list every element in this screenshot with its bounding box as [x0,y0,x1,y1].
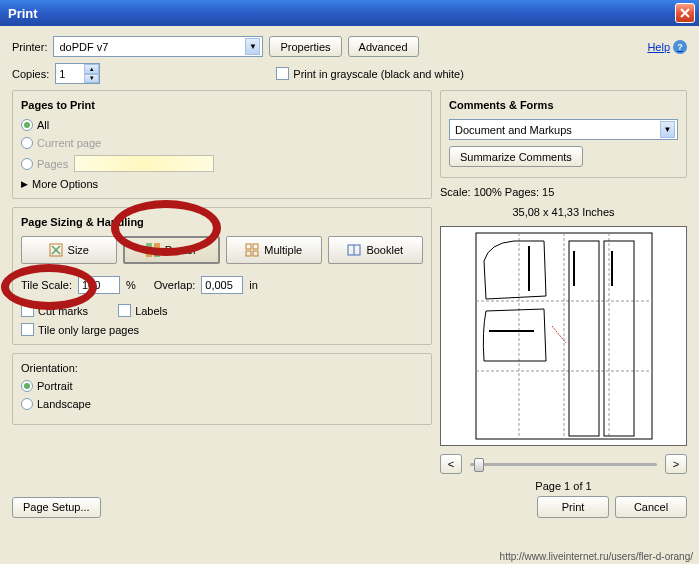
all-label: All [37,119,49,131]
page-setup-button[interactable]: Page Setup... [12,497,101,518]
sizing-title: Page Sizing & Handling [21,216,423,228]
cutmarks-checkbox[interactable] [21,304,34,317]
radio-landscape[interactable] [21,398,33,410]
help-text: Help [647,41,670,53]
unit-label: in [249,279,258,291]
properties-button[interactable]: Properties [269,36,341,57]
sizing-group: Page Sizing & Handling Size Poster Multi… [12,207,432,345]
next-page-button[interactable]: > [665,454,687,474]
multiple-icon [245,243,259,257]
close-icon[interactable] [675,3,695,23]
dims-label: 35,08 x 41,33 Inches [440,206,687,218]
chevron-down-icon: ▼ [660,121,675,138]
copies-label: Copies: [12,68,49,80]
radio-current [21,137,33,149]
footer-url: http://www.liveinternet.ru/users/fler-d-… [500,551,693,562]
copies-input[interactable] [56,64,84,83]
grayscale-checkbox[interactable] [276,67,289,80]
printer-label: Printer: [12,41,47,53]
window-title: Print [4,6,675,21]
chevron-down-icon: ▼ [245,38,260,55]
svg-rect-5 [246,244,251,249]
advanced-button[interactable]: Advanced [348,36,419,57]
multiple-button[interactable]: Multiple [226,236,322,264]
size-icon [49,243,63,257]
pages-to-print-group: Pages to Print All Current page Pages ▶ … [12,90,432,199]
tile-scale-label: Tile Scale: [21,279,72,291]
tile-scale-input[interactable] [78,276,120,294]
current-label: Current page [37,137,101,149]
zoom-slider[interactable] [470,463,657,466]
summarize-button[interactable]: Summarize Comments [449,146,583,167]
tile-large-label: Tile only large pages [38,324,139,336]
scale-info: Scale: 100% Pages: 15 [440,186,687,198]
svg-rect-1 [146,243,152,249]
size-button[interactable]: Size [21,236,117,264]
labels-label: Labels [135,305,167,317]
print-button[interactable]: Print [537,496,609,518]
preview-content [474,231,654,441]
prev-page-button[interactable]: < [440,454,462,474]
printer-value: doPDF v7 [56,41,245,53]
pages-input [74,155,214,172]
cancel-button[interactable]: Cancel [615,496,687,518]
svg-rect-6 [253,244,258,249]
overlap-input[interactable] [201,276,243,294]
cutmarks-label: Cut marks [38,305,88,317]
comments-select[interactable]: Document and Markups ▼ [449,119,678,140]
comments-group: Comments & Forms Document and Markups ▼ … [440,90,687,178]
print-preview [440,226,687,446]
more-options-toggle[interactable]: ▶ More Options [21,178,423,190]
svg-rect-8 [253,251,258,256]
grayscale-label: Print in grayscale (black and white) [293,68,464,80]
poster-icon [146,243,160,257]
pct-label: % [126,279,136,291]
dialog-body: Printer: doPDF v7 ▼ Properties Advanced … [0,26,699,526]
svg-rect-4 [154,251,160,257]
pages-label: Pages [37,158,68,170]
booklet-button[interactable]: Booklet [328,236,424,264]
overlap-label: Overlap: [154,279,196,291]
orientation-title: Orientation: [21,362,423,374]
labels-checkbox[interactable] [118,304,131,317]
more-label: More Options [32,178,98,190]
booklet-icon [347,243,361,257]
title-bar: Print [0,0,699,26]
comments-title: Comments & Forms [449,99,678,111]
svg-rect-2 [154,243,160,249]
radio-all[interactable] [21,119,33,131]
spinner-arrows[interactable]: ▲▼ [84,64,99,83]
radio-portrait[interactable] [21,380,33,392]
tile-large-checkbox[interactable] [21,323,34,336]
printer-select[interactable]: doPDF v7 ▼ [53,36,263,57]
page-info: Page 1 of 1 [440,480,687,492]
comments-value: Document and Markups [452,124,660,136]
radio-pages [21,158,33,170]
slider-thumb[interactable] [474,458,484,472]
svg-rect-3 [146,251,152,257]
poster-button[interactable]: Poster [123,236,221,264]
help-icon: ? [673,40,687,54]
triangle-right-icon: ▶ [21,179,28,189]
help-link[interactable]: Help ? [647,40,687,54]
landscape-label: Landscape [37,398,91,410]
svg-rect-7 [246,251,251,256]
copies-spinner[interactable]: ▲▼ [55,63,100,84]
orientation-group: Orientation: Portrait Landscape [12,353,432,425]
portrait-label: Portrait [37,380,72,392]
pages-title: Pages to Print [21,99,423,111]
